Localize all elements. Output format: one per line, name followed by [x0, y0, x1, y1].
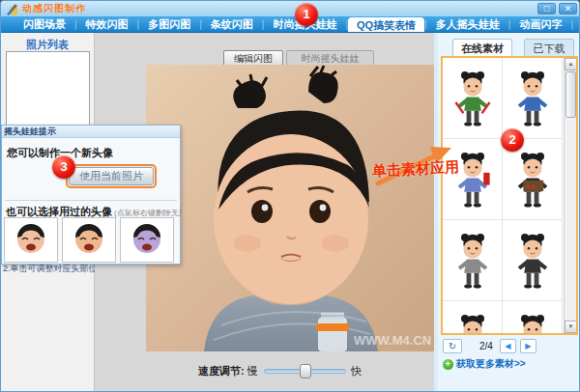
speed-label: 速度调节: [198, 364, 245, 378]
material-thumbnail[interactable] [443, 301, 503, 335]
next-page-button[interactable]: ▶ [520, 339, 536, 353]
tab-multi-person-doll[interactable]: 多人摇头娃娃 [427, 16, 508, 32]
get-more-materials-link[interactable]: 获取更多素材>> [456, 357, 526, 371]
scroll-up-button[interactable]: ▲ [565, 58, 577, 70]
tab-flash-scene[interactable]: 闪图场景 [14, 16, 74, 32]
tab-stripe-flash[interactable]: 条纹闪图 [202, 16, 262, 32]
refresh-button[interactable]: ↻ [443, 339, 462, 353]
used-avatar-thumbnail[interactable] [4, 217, 58, 263]
doll-thumb: 免债 [509, 144, 556, 215]
prev-page-button[interactable]: ◀ [500, 339, 516, 353]
scrollbar-thumb[interactable] [566, 71, 576, 118]
photo-list-title: 照片列表 [1, 33, 94, 52]
materials-pager: ↻ 2/4 ◀ ▶ [443, 339, 536, 353]
tab-multi-image-flash[interactable]: 多图闪图 [139, 16, 199, 32]
photo-watermark: WWW.M4.CN [354, 333, 431, 348]
scroll-down-button[interactable]: ▼ [565, 321, 577, 333]
doll-thumb [509, 225, 556, 296]
speed-slow-label: 慢 [247, 364, 258, 378]
dialog-divider [5, 200, 177, 201]
materials-grid: 免债 ▲ ▼ [441, 56, 578, 335]
restore-window-button[interactable]: □ [537, 3, 556, 14]
speed-control: 速度调节: 慢 快 [198, 364, 362, 378]
material-thumbnail[interactable] [503, 220, 563, 301]
app-window: 动感闪图制作 □ ✕ 闪图场景 特效闪图 多图闪图 条纹闪图 时尚摇头娃娃 QQ… [0, 0, 580, 392]
plus-icon: + [443, 359, 453, 370]
app-title: 动感闪图制作 [22, 2, 86, 15]
doll-thumb [450, 306, 496, 336]
used-avatar-list [4, 217, 174, 263]
annotation-step-1: 1 [295, 3, 318, 26]
used-avatar-thumbnail[interactable] [62, 217, 116, 263]
doll-thumb [450, 225, 496, 296]
used-avatar-thumbnail[interactable] [120, 217, 174, 263]
speed-slider-thumb[interactable] [300, 364, 311, 378]
baby-face-thumb-purple [128, 222, 166, 259]
speed-slider-track[interactable] [264, 369, 346, 374]
title-bar: 动感闪图制作 □ ✕ [1, 1, 580, 16]
dialog-title: 摇头娃娃提示 [2, 126, 180, 138]
baby-photo: WWW.M4.CN [146, 65, 434, 351]
tab-animated-text[interactable]: 动画闪字 [510, 16, 570, 32]
material-thumbnail[interactable] [503, 301, 563, 335]
doll-thumb [509, 63, 556, 134]
close-window-button[interactable]: ✕ [559, 3, 577, 14]
baby-face-thumb [70, 222, 108, 259]
material-thumbnail[interactable] [443, 58, 503, 139]
app-logo-icon [6, 3, 18, 15]
doll-tip-dialog: 摇头娃娃提示 您可以制作一个新头像 使用当前照片 也可以选择用过的头像 (点鼠标… [1, 125, 181, 265]
highlight-ring: 使用当前照片 [66, 164, 157, 188]
tab-qq-funny-face[interactable]: QQ搞笑表情 [348, 17, 424, 32]
annotation-step-2: 2 [501, 128, 524, 152]
tab-downloaded[interactable]: 已下载 [524, 39, 574, 56]
photo-canvas[interactable]: WWW.M4.CN [146, 65, 434, 351]
baby-face-thumb [12, 222, 50, 259]
tab-dynamic-ornament[interactable]: 动感饰品 [573, 16, 580, 32]
tab-online-materials[interactable]: 在线素材 [452, 39, 512, 56]
material-thumbnail[interactable] [443, 220, 503, 301]
doll-thumb [509, 306, 556, 336]
main-tab-bar: 闪图场景 特效闪图 多图闪图 条纹闪图 时尚摇头娃娃 QQ搞笑表情 多人摇头娃娃… [1, 16, 580, 33]
materials-scrollbar: ▲ ▼ [564, 58, 576, 333]
material-thumbnail[interactable] [503, 58, 563, 139]
tab-effect-flash[interactable]: 特效闪图 [77, 16, 137, 32]
speed-fast-label: 快 [351, 364, 362, 378]
doll-thumb [450, 63, 496, 134]
use-current-photo-button[interactable]: 使用当前照片 [69, 167, 154, 185]
materials-panel: 在线素材 已下载 免债 [438, 33, 580, 392]
annotation-step-3: 3 [52, 155, 75, 179]
page-indicator: 2/4 [479, 341, 493, 351]
